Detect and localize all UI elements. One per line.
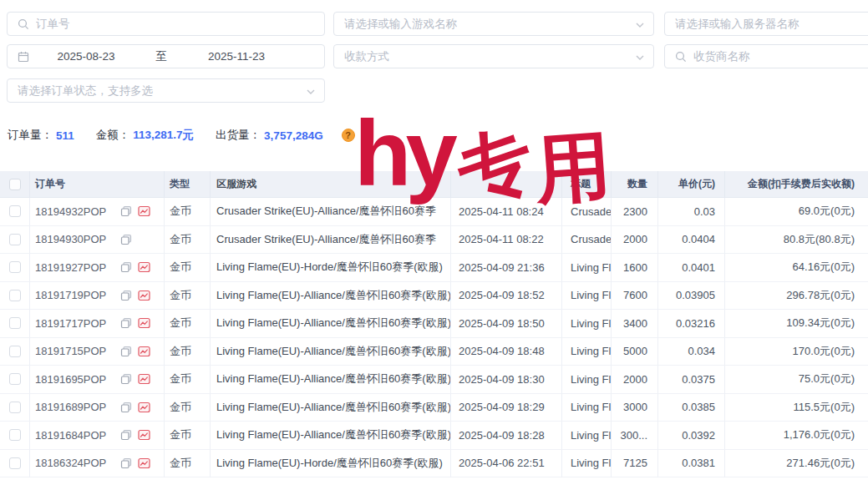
game-cell: Crusader Strike(EU)-Alliance/魔兽怀旧60赛季 — [211, 198, 451, 226]
type-cell: 金币 — [165, 338, 211, 366]
order-no-cell: 18191717POP — [30, 310, 165, 338]
row-select-cell — [0, 226, 30, 255]
header-qty: 数量 — [612, 171, 658, 198]
row-checkbox[interactable] — [9, 346, 21, 357]
game-select-input[interactable] — [344, 18, 653, 30]
order-no-cell: 18191689POP — [30, 394, 165, 422]
date-start[interactable]: 2025-08-23 — [36, 50, 136, 63]
copy-icon[interactable] — [120, 234, 132, 245]
copy-icon[interactable] — [120, 346, 132, 357]
title-cell: Living Flame — [562, 366, 612, 394]
order-no-text: 18191695POP — [35, 373, 106, 386]
price-cell: 0.03216 — [658, 310, 725, 338]
image-icon[interactable] — [138, 261, 150, 273]
payment-method-input[interactable] — [344, 50, 653, 63]
row-checkbox[interactable] — [9, 234, 21, 245]
payment-method-select[interactable] — [333, 44, 654, 68]
copy-icon[interactable] — [120, 290, 132, 301]
copy-icon[interactable] — [120, 457, 132, 469]
orders-page: 2025-08-23 至 2025-11-23 订单量： 511 金额： 113… — [0, 0, 868, 485]
price-cell: 0.0392 — [658, 422, 725, 450]
search-icon — [675, 51, 687, 63]
order-status-input[interactable] — [18, 84, 324, 97]
table-row: 18191695POP 金币 Living Flame(EU)-Alliance… — [0, 366, 868, 394]
order-no-text: 18191927POP — [35, 261, 106, 274]
table-row: 18194932POP 金币 Crusader Strike(EU)-Allia… — [0, 198, 868, 226]
row-checkbox[interactable] — [9, 457, 21, 469]
time-cell: 2025-04-11 08:24 — [451, 198, 562, 226]
row-select-cell — [0, 450, 30, 478]
order-no-text: 18191689POP — [35, 401, 106, 413]
copy-icon[interactable] — [120, 205, 132, 217]
row-checkbox[interactable] — [9, 317, 21, 329]
order-no-text: 18191684POP — [35, 429, 106, 442]
order-number-search-field[interactable] — [7, 12, 325, 36]
game-cell: Living Flame(EU)-Alliance/魔兽怀旧60赛季(欧服) — [211, 338, 451, 366]
qty-cell: 7125 — [612, 450, 658, 478]
receiver-search-field[interactable] — [664, 44, 868, 68]
copy-icon[interactable] — [120, 317, 132, 329]
copy-icon[interactable] — [120, 402, 132, 413]
game-cell: Living Flame(EU)-Alliance/魔兽怀旧60赛季(欧服) — [211, 282, 451, 311]
header-type: 类型 — [165, 171, 211, 198]
price-cell: 0.03 — [658, 198, 725, 226]
order-no-text: 18186324POP — [35, 457, 106, 469]
table-row: 18191927POP 金币 Living Flame(EU)-Horde/魔兽… — [0, 254, 868, 282]
game-cell: Living Flame(EU)-Horde/魔兽怀旧60赛季(欧服) — [211, 450, 451, 478]
row-checkbox[interactable] — [9, 402, 21, 413]
game-cell: Living Flame(EU)-Alliance/魔兽怀旧60赛季(欧服) — [211, 422, 451, 450]
image-icon[interactable] — [138, 205, 150, 217]
image-icon[interactable] — [138, 290, 150, 301]
date-separator: 至 — [136, 49, 186, 64]
row-checkbox[interactable] — [9, 373, 21, 385]
receiver-name-input[interactable] — [693, 50, 868, 63]
time-cell: 2025-04-09 18:30 — [451, 366, 562, 394]
server-name-input[interactable] — [675, 18, 868, 30]
row-select-cell — [0, 198, 30, 226]
image-icon[interactable] — [138, 429, 150, 441]
image-icon[interactable] — [138, 346, 150, 357]
title-cell: Living Flame — [562, 450, 612, 478]
order-status-select[interactable] — [7, 78, 325, 103]
type-cell: 金币 — [165, 310, 211, 338]
table-row: 18194930POP 金币 Crusader Strike(EU)-Allia… — [0, 226, 868, 255]
header-title: 标题 — [562, 171, 612, 198]
time-cell: 2025-04-09 18:29 — [451, 394, 562, 422]
order-no-cell: 18186324POP — [30, 450, 165, 478]
title-cell: Living Flame — [562, 338, 612, 366]
copy-icon[interactable] — [120, 261, 132, 273]
select-all-checkbox[interactable] — [9, 179, 21, 190]
date-range-picker[interactable]: 2025-08-23 至 2025-11-23 — [7, 44, 325, 68]
search-icon — [18, 18, 29, 30]
amount-cell: 115.5元(0元) — [725, 394, 868, 422]
shipment-value: 3,757,284G — [264, 129, 323, 142]
type-cell: 金币 — [165, 366, 211, 394]
title-cell: Living Flame — [562, 394, 612, 422]
chevron-down-icon[interactable] — [635, 53, 645, 63]
order-no-text: 18194930POP — [35, 233, 106, 245]
title-cell: Living Flame — [562, 422, 612, 450]
row-checkbox[interactable] — [9, 429, 21, 441]
qty-cell: 3000 — [612, 394, 658, 422]
time-cell: 2025-04-09 18:28 — [451, 422, 562, 450]
date-end[interactable]: 2025-11-23 — [186, 50, 287, 63]
row-checkbox[interactable] — [9, 205, 21, 217]
image-icon[interactable] — [138, 317, 150, 329]
image-icon[interactable] — [138, 402, 150, 413]
server-name-field[interactable] — [664, 12, 868, 36]
price-cell: 0.03905 — [658, 282, 725, 311]
image-icon[interactable] — [138, 457, 150, 469]
help-icon[interactable]: ? — [342, 129, 355, 142]
order-number-input[interactable] — [36, 18, 324, 30]
copy-icon[interactable] — [120, 429, 132, 441]
row-checkbox[interactable] — [9, 290, 21, 301]
table-header-row: 订单号 类型 区服游戏 标题 数量 单价(元) 金额(扣手续费后实收额) — [0, 171, 868, 198]
amount-cell: 1,176.0元(0元) — [725, 422, 868, 450]
amount-value: 113,281.7元 — [133, 128, 194, 143]
chevron-down-icon[interactable] — [635, 20, 645, 30]
game-select[interactable] — [333, 12, 654, 36]
copy-icon[interactable] — [120, 373, 132, 385]
image-icon[interactable] — [138, 373, 150, 385]
row-checkbox[interactable] — [9, 261, 21, 273]
chevron-down-icon[interactable] — [306, 87, 316, 97]
